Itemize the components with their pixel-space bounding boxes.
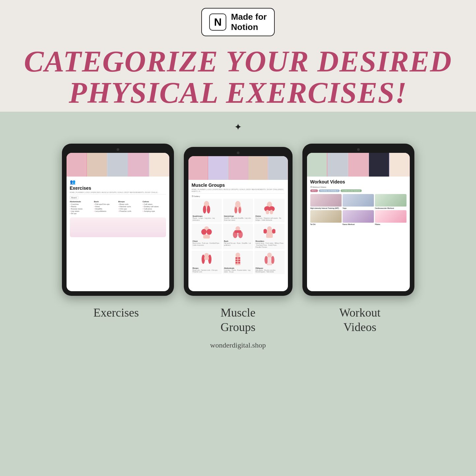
svg-point-41 [265,256,268,264]
svg-rect-34 [238,257,240,259]
videos-content: Workout Videos ☰ Workout Videos HIIT 1 F… [307,177,410,228]
video-thumb-yoga [343,194,374,207]
video-card-yoga: Yoga [343,194,374,209]
svg-rect-25 [267,230,272,233]
exercises-title: Exercises [70,185,166,191]
strip-4 [128,153,149,177]
shoulders-svg [264,225,275,239]
vstrip-3 [348,153,368,177]
muscle-exercises-quads: Squats · Lunges · Leg press · Leg extens… [193,217,221,221]
exercises-col-3: Biceps Bicep curls Hammer curls Chin-ups… [118,201,142,215]
muscle-name-chest: Chest [193,240,221,242]
exercise-leg-raises: Leg raises [70,210,93,212]
exercise-lat-pull: Lat pulldowns [94,210,117,212]
muscle-img-biceps [193,252,221,266]
obliques-svg [264,252,275,266]
tablet-workout-videos: Workout Videos ☰ Workout Videos HIIT 1 F… [302,144,414,296]
mstrip-1 [188,156,208,180]
exercises-content: 👥 Exercises HOME | PLANNER | LOGS | EXER… [67,177,169,240]
header-strip-2 [188,156,288,180]
biceps-svg [201,252,212,266]
hamstrings-svg [232,200,244,214]
muscle-img-obliques [255,252,283,266]
exercises-nav: HOME | PLANNER | LOGS | EXERCISES | MUSC… [70,191,166,195]
muscle-exercises-glutes: Hip thrusts · Bulgarian split squats · H… [255,217,283,221]
glutes-svg [264,200,275,214]
exercise-bicep-curls: Bicep curls [118,203,142,205]
video-card-pilates: Pilates [375,210,406,225]
strip-2 [87,153,107,177]
muscle-card-glutes: Glutes Hip thrusts · Bulgarian split squ… [254,199,284,222]
col-header-biceps: Biceps [118,201,142,203]
svg-point-6 [235,207,237,213]
svg-rect-35 [236,260,238,261]
video-card-hiit: High-intensity Interval Training (HIIT) [310,194,342,209]
muscle-grid: Quadriceps Squats · Lunges · Leg press ·… [192,199,285,274]
exercise-hammer: Hammer curls [118,206,142,208]
exercise-planks: Planks [70,206,93,208]
svg-point-16 [207,229,212,235]
svg-point-39 [267,253,272,257]
muscle-exercises-back: Pull-ups/Chin-ups · Rows · Deadlifts · L… [224,242,252,246]
muscle-name-quads: Quadriceps [193,215,221,217]
muscle-card-biceps: Biceps Bicep curls · Hammer curls · Chin… [192,251,222,274]
exercise-rows: Rows [94,206,117,208]
svg-rect-26 [266,233,273,238]
sparkle-icon: ✦ [234,122,242,132]
exercise-jump-rope: Jumping rope [143,210,166,212]
muscle-exercises-obliques: Side planks · Bicycle crunches · Woodcho… [255,269,283,273]
header-strip-1 [67,153,169,177]
tablet-screen-exercises: 👥 Exercises HOME | PLANNER | LOGS | EXER… [67,153,169,291]
strip-1 [67,153,87,177]
svg-rect-33 [236,257,238,259]
vstrip-2 [327,153,348,177]
exercise-crunches: Crunches [70,203,93,205]
svg-rect-30 [204,257,209,260]
exercise-sit-ups: Sit ups [70,212,93,214]
muscle-exercises-abdominals: Crunches · Planks · Russian twists · Leg… [224,269,252,273]
video-name-yoga: Yoga [343,207,374,209]
video-name-dance: Dance Workout [343,223,374,225]
muscle-content: Muscle Groups HOME | PLANNER | LOGS | EX… [188,180,288,277]
muscle-img-quads [193,200,221,214]
exercises-col-2: Back Pull-ups/Chin-ups Rows Deadlifts La… [94,201,117,215]
board-label: Board [70,196,78,199]
label-muscle-groups: MuscleGroups [182,306,294,334]
exercises-grid: Abdominals Crunches Planks Russian twist… [70,201,166,215]
mstrip-2 [208,156,228,180]
video-thumb-hiit [310,194,342,207]
muscle-name-hamstrings: Hamstrings [224,215,252,217]
mstrip-3 [228,156,248,180]
svg-point-20 [233,231,238,238]
muscle-img-chest [193,225,221,239]
tablet-screen-muscle: Muscle Groups HOME | PLANNER | LOGS | EX… [188,156,288,291]
video-thumb-dance [343,210,374,223]
muscle-exercises-shoulders: Lateral raises · Front raises · Military… [255,242,283,248]
tablet-camera-3 [357,148,360,151]
tag-flexibility: Flexibility and Mobility 2 [319,189,340,192]
svg-rect-17 [203,235,210,238]
exercise-deadlifts: Deadlifts [94,208,117,210]
exercise-russian: Russian twists [70,208,93,210]
svg-point-42 [271,256,274,264]
vstrip-5 [390,153,410,177]
svg-rect-36 [238,260,240,261]
notion-badge-text: Made for Notion [231,12,266,32]
tablet-camera-2 [237,152,239,154]
svg-point-7 [238,207,241,213]
video-name-pilates: Pilates [375,223,406,225]
muscle-card-back: Back Pull-ups/Chin-ups · Rows · Deadlift… [223,224,253,249]
exercise-calf-press: Calf press [143,208,166,210]
vstrip-1 [307,153,327,177]
header-strip-3 [307,153,410,177]
tag-cardio: Cardiovascular Exercise [341,189,362,192]
notion-icon: N [209,14,226,31]
page: N Made for Notion Categorize Your Desire… [0,0,476,476]
muscle-img-hamstrings [224,200,252,214]
video-card-tachi: Tai Chi [310,210,342,225]
exercises-col-1: Abdominals Crunches Planks Russian twist… [70,201,93,215]
video-name-cardio: Cardiovascular Workout [375,207,406,209]
col-header-abdominals: Abdominals [70,201,93,203]
muscle-name-abdominals: Abdominals [224,267,252,269]
col-header-back: Back [94,201,117,203]
